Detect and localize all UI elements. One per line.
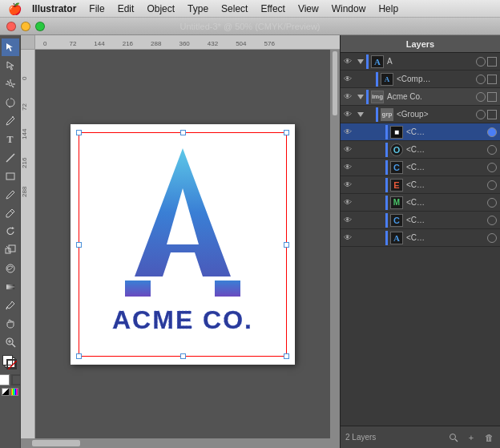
- warp-tool[interactable]: [2, 260, 19, 277]
- layer-item-comp[interactable]: 👁 A <Comp…: [341, 71, 500, 88]
- layer-expand-a[interactable]: [355, 59, 366, 64]
- delete-layer-icon[interactable]: 🗑: [482, 431, 495, 444]
- pencil-tool[interactable]: [2, 204, 19, 222]
- fill-swatch[interactable]: [0, 374, 10, 385]
- handle-top-right[interactable]: [284, 130, 289, 135]
- layer-item-c3[interactable]: 👁 C <C…: [341, 159, 500, 176]
- layer-item-group[interactable]: 👁 grp <Group>: [341, 106, 500, 123]
- layer-expand-group[interactable]: [355, 112, 366, 117]
- layer-color-comp: [376, 72, 378, 87]
- layer-expand-acme[interactable]: [355, 95, 366, 99]
- layer-eye-group[interactable]: 👁: [341, 110, 355, 119]
- handle-top-left[interactable]: [76, 130, 82, 135]
- layer-eye-c4[interactable]: 👁: [341, 180, 355, 189]
- lasso-tool[interactable]: [2, 94, 19, 111]
- fill-stroke-indicator[interactable]: [2, 355, 18, 371]
- layer-eye-a[interactable]: 👁: [341, 57, 355, 66]
- rect-tool[interactable]: [2, 167, 19, 185]
- layer-eye-c3[interactable]: 👁: [341, 163, 355, 172]
- layer-item-c1[interactable]: 👁 ■ <C…: [341, 123, 500, 141]
- apple-menu[interactable]: 🍎: [3, 0, 26, 18]
- zoom-tool-btn[interactable]: [2, 333, 19, 351]
- gradient-tool[interactable]: [2, 278, 19, 296]
- menu-type[interactable]: Type: [181, 0, 215, 18]
- eyedropper-tool[interactable]: [2, 297, 19, 314]
- layer-target-a[interactable]: [476, 57, 486, 67]
- minimize-button[interactable]: [21, 22, 30, 31]
- menu-object[interactable]: Object: [140, 0, 181, 18]
- hand-tool[interactable]: [2, 315, 19, 333]
- scrollbar-thumb-h[interactable]: [32, 440, 80, 446]
- handle-middle-right[interactable]: [284, 242, 289, 248]
- layer-thumb-c4: E: [390, 179, 403, 192]
- line-tool[interactable]: [2, 149, 19, 167]
- color-swatch[interactable]: [10, 388, 18, 396]
- ruler-horizontal: 0 72 144 216 288 360 432 504 576: [21, 35, 340, 50]
- layers-list: 👁 A A 👁 A <Comp…: [341, 53, 500, 426]
- layer-eye-comp[interactable]: 👁: [341, 75, 355, 83]
- layer-target-c3[interactable]: [487, 163, 497, 172]
- toolbox: T: [0, 35, 21, 448]
- search-layers-icon[interactable]: [447, 431, 460, 444]
- menu-window[interactable]: Window: [325, 0, 373, 18]
- none-swatch[interactable]: [2, 388, 10, 396]
- scrollbar-vertical[interactable]: [330, 50, 340, 438]
- layer-color-c4: [385, 178, 388, 192]
- maximize-button[interactable]: [35, 22, 45, 31]
- type-tool[interactable]: T: [2, 131, 19, 148]
- select-tool[interactable]: [2, 38, 19, 56]
- layer-target-c5[interactable]: [487, 198, 497, 208]
- layer-eye-acme[interactable]: 👁: [341, 92, 355, 101]
- rotate-tool[interactable]: [2, 223, 19, 240]
- handle-middle-left[interactable]: [76, 242, 82, 248]
- layer-item-acme[interactable]: 👁 img Acme Co.: [341, 88, 500, 106]
- scrollbar-horizontal[interactable]: [21, 438, 340, 448]
- layer-vis-a[interactable]: [487, 57, 497, 67]
- menu-effect[interactable]: Effect: [254, 0, 291, 18]
- selection-box: [79, 132, 287, 357]
- menu-select[interactable]: Select: [215, 0, 254, 18]
- direct-select-tool[interactable]: [2, 57, 19, 75]
- layer-vis-acme[interactable]: [487, 92, 497, 102]
- menu-edit[interactable]: Edit: [111, 0, 141, 18]
- layer-target-c7[interactable]: [487, 233, 497, 243]
- layer-target-c4[interactable]: [487, 180, 497, 190]
- menu-file[interactable]: File: [83, 0, 111, 18]
- layer-item-c7[interactable]: 👁 A <C…: [341, 229, 500, 247]
- layer-item-a[interactable]: 👁 A A: [341, 53, 500, 71]
- layer-target-acme[interactable]: [476, 92, 486, 102]
- layer-target-comp[interactable]: [476, 75, 486, 84]
- layer-item-c5[interactable]: 👁 M <C…: [341, 194, 500, 212]
- layer-name-c1: <C…: [406, 127, 486, 136]
- handle-bottom-left[interactable]: [76, 353, 82, 359]
- layer-eye-c5[interactable]: 👁: [341, 198, 355, 207]
- menu-view[interactable]: View: [292, 0, 325, 18]
- pen-tool[interactable]: [2, 112, 19, 130]
- layer-vis-comp[interactable]: [487, 75, 497, 84]
- layer-item-c2[interactable]: 👁 O <C…: [341, 141, 500, 159]
- layer-eye-c1[interactable]: 👁: [341, 127, 355, 136]
- layer-eye-c6[interactable]: 👁: [341, 216, 355, 224]
- layer-vis-group[interactable]: [487, 110, 497, 119]
- layer-name-c4: <C…: [406, 180, 486, 189]
- layer-target-c6[interactable]: [487, 216, 497, 225]
- paintbrush-tool[interactable]: [2, 186, 19, 204]
- layer-eye-c7[interactable]: 👁: [341, 233, 355, 242]
- handle-bottom-center[interactable]: [180, 353, 186, 359]
- layer-item-c6[interactable]: 👁 C <C…: [341, 212, 500, 229]
- layer-target-c2[interactable]: [487, 145, 497, 155]
- menu-illustrator[interactable]: Illustrator: [26, 0, 83, 18]
- scale-tool[interactable]: [2, 241, 19, 259]
- layer-eye-c2[interactable]: 👁: [341, 145, 355, 154]
- handle-top-center[interactable]: [180, 130, 186, 135]
- magic-wand-tool[interactable]: [2, 75, 19, 93]
- menu-help[interactable]: Help: [372, 0, 405, 18]
- close-button[interactable]: [6, 22, 16, 31]
- make-layer-icon[interactable]: +: [465, 431, 478, 444]
- handle-bottom-right[interactable]: [284, 353, 289, 359]
- layer-item-c4[interactable]: 👁 E <C…: [341, 176, 500, 194]
- layer-target-c1[interactable]: [487, 127, 497, 137]
- layer-color-c5: [385, 196, 388, 210]
- layer-target-group[interactable]: [476, 110, 486, 119]
- scrollbar-thumb-v[interactable]: [333, 51, 337, 115]
